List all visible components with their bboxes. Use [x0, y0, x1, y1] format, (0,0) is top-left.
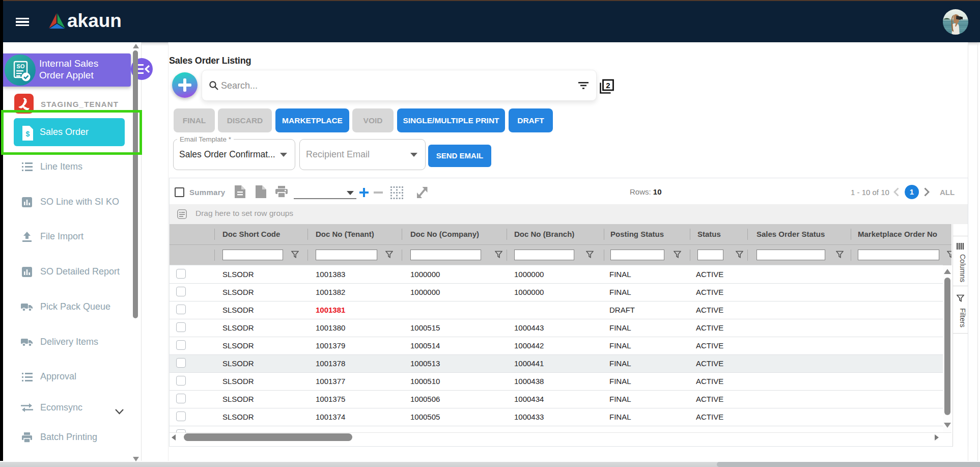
- svg-text:SO: SO: [17, 63, 25, 69]
- svg-text:2: 2: [606, 81, 610, 90]
